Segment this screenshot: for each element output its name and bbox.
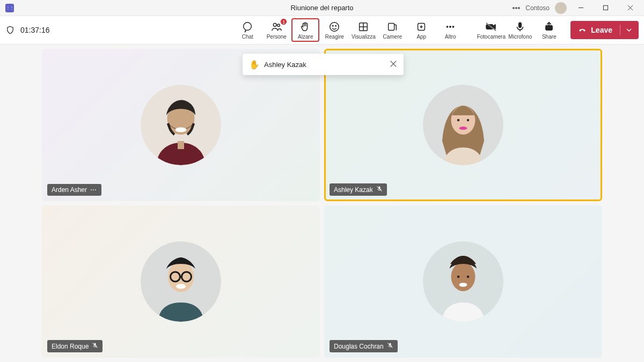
participant-avatar [423, 85, 503, 165]
popup-close-button[interactable] [390, 60, 397, 69]
mic-off-icon [376, 186, 383, 194]
share-icon [543, 21, 555, 33]
svg-point-47 [176, 284, 186, 289]
name-pill: Eldon Roque [47, 340, 103, 352]
svg-point-38 [467, 119, 470, 122]
share-button[interactable]: Share [535, 18, 563, 42]
participant-tile[interactable]: Eldon Roque [42, 205, 320, 358]
chat-label: Chat [242, 34, 253, 40]
svg-point-4 [244, 22, 252, 30]
popup-name: Ashley Kazak [264, 61, 385, 69]
react-button[interactable]: Reagire [320, 18, 348, 42]
view-button[interactable]: Visualizza [349, 18, 377, 42]
hangup-icon [578, 26, 587, 34]
hand-emoji-icon: ✋ [249, 60, 260, 70]
teams-app-icon [5, 4, 14, 12]
rooms-icon [386, 21, 398, 33]
video-grid: Arden Asher ⋯ Ashley Kazak Eldon Roque D… [0, 45, 644, 362]
participant-tile[interactable]: Douglas Cochran [324, 205, 602, 358]
apps-icon [415, 21, 427, 33]
raised-hand-popup: ✋ Ashley Kazak [243, 54, 404, 75]
chat-icon [241, 21, 253, 33]
view-label: Visualizza [352, 34, 376, 40]
maximize-button[interactable] [595, 1, 616, 16]
camera-label: Fotocamera [477, 34, 506, 40]
svg-point-55 [467, 276, 470, 278]
raise-hand-button[interactable]: Alzare [291, 18, 319, 42]
chat-button[interactable]: Chat [233, 18, 261, 42]
mic-off-icon [387, 342, 393, 350]
view-icon [357, 21, 369, 33]
meeting-toolbar: 01:37:16 Chat Persone 1 Alzare Reagire V… [0, 16, 644, 45]
minimize-button[interactable] [570, 1, 591, 16]
org-name: Contoso [525, 4, 550, 12]
user-avatar[interactable] [555, 2, 567, 14]
svg-rect-31 [178, 141, 184, 149]
titlebar-more-icon[interactable]: ••• [510, 4, 523, 12]
svg-point-52 [451, 262, 475, 291]
raise-hand-label: Alzare [298, 34, 313, 40]
chevron-down-icon [625, 26, 633, 34]
people-button[interactable]: Persone 1 [262, 18, 290, 42]
name-pill: Arden Asher ⋯ [47, 184, 101, 196]
toolbar-center: Chat Persone 1 Alzare Reagire Visualizza… [233, 18, 563, 42]
rooms-label: Camere [383, 34, 402, 40]
raise-hand-icon [299, 21, 311, 33]
apps-label: App [416, 34, 426, 40]
svg-point-8 [333, 25, 333, 26]
react-icon [328, 21, 340, 33]
participant-name: Eldon Roque [52, 343, 89, 350]
svg-point-7 [330, 22, 339, 31]
mic-off-icon [92, 342, 98, 350]
leave-label: Leave [591, 26, 612, 34]
svg-point-18 [450, 26, 451, 27]
svg-rect-22 [519, 22, 522, 27]
close-window-button[interactable] [619, 1, 641, 16]
people-label: Persone [267, 34, 287, 40]
svg-point-19 [452, 26, 454, 27]
svg-point-37 [457, 119, 460, 122]
shield-icon[interactable] [5, 25, 15, 35]
svg-point-6 [277, 24, 280, 26]
titlebar: Riunione del reparto ••• Contoso [0, 0, 644, 16]
call-timer: 01:37:16 [20, 26, 50, 34]
svg-point-54 [457, 276, 460, 278]
more-icon [444, 21, 456, 33]
camera-off-icon [485, 21, 497, 33]
svg-point-30 [175, 128, 187, 132]
participant-name: Douglas Cochran [334, 343, 384, 350]
svg-rect-13 [389, 23, 394, 30]
participant-more-icon[interactable]: ⋯ [90, 186, 97, 194]
svg-point-36 [459, 127, 467, 130]
svg-point-17 [447, 26, 448, 27]
leave-button[interactable]: Leave [570, 21, 639, 39]
mic-label: Microfono [508, 34, 532, 40]
participant-avatar [141, 241, 221, 322]
mic-icon [514, 21, 526, 33]
name-pill: Ashley Kazak [330, 183, 387, 196]
svg-point-5 [274, 23, 277, 26]
participant-avatar [141, 85, 221, 165]
svg-rect-1 [603, 5, 608, 10]
meeting-title: Riunione del reparto [290, 4, 353, 12]
mic-button[interactable]: Microfono [506, 18, 534, 42]
apps-button[interactable]: App [407, 18, 435, 42]
svg-point-9 [335, 25, 336, 26]
camera-button[interactable]: Fotocamera [477, 18, 505, 42]
name-pill: Douglas Cochran [330, 340, 398, 352]
participant-avatar [423, 241, 503, 322]
more-label: Altro [445, 34, 456, 40]
share-label: Share [542, 34, 557, 40]
svg-point-53 [459, 283, 467, 287]
people-badge: 1 [280, 18, 287, 25]
rooms-button[interactable]: Camere [378, 18, 406, 42]
more-button[interactable]: Altro [436, 18, 464, 42]
participant-name: Ashley Kazak [334, 186, 373, 194]
participant-name: Arden Asher [52, 186, 87, 194]
react-label: Reagire [325, 34, 344, 40]
